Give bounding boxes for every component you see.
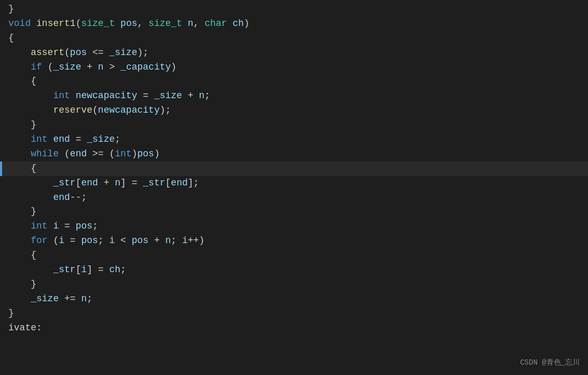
line-indicator	[0, 46, 2, 60]
token-plain	[182, 18, 188, 29]
line-indicator	[0, 292, 2, 306]
token-param-type: size_t	[81, 18, 115, 29]
token-var: _size	[154, 90, 182, 101]
line-content: _str[end + n] = _str[end];	[4, 176, 588, 191]
code-line: int i = pos;	[0, 219, 588, 234]
line-gutter	[0, 31, 4, 46]
line-gutter	[0, 205, 4, 219]
token-plain	[70, 90, 76, 101]
line-gutter	[0, 60, 4, 75]
line-content: ivate:	[4, 321, 588, 336]
token-var: n	[98, 62, 104, 72]
line-indicator	[0, 162, 2, 176]
token-kw: void	[8, 18, 31, 29]
token-var: _capacity	[120, 62, 171, 72]
token-var: end	[171, 178, 187, 188]
line-gutter	[0, 248, 4, 263]
line-gutter	[0, 46, 4, 60]
token-var: newcapacity	[76, 90, 138, 101]
token-plain	[8, 47, 31, 58]
token-punc: ;	[115, 134, 120, 144]
token-var: i	[81, 264, 87, 275]
token-plain	[31, 18, 36, 29]
token-plain	[8, 105, 53, 115]
line-content: }	[4, 2, 588, 17]
line-content: void insert1(size_t pos, size_t n, char …	[4, 17, 588, 31]
token-punc: ,	[138, 18, 149, 29]
token-punc: )	[154, 149, 160, 159]
code-line: void insert1(size_t pos, size_t n, char …	[0, 17, 588, 31]
token-kw: int	[53, 90, 70, 101]
code-editor: }void insert1(size_t pos, size_t n, char…	[0, 0, 588, 375]
token-var: end	[53, 134, 70, 144]
token-plain: ;	[98, 235, 110, 246]
line-gutter	[0, 306, 4, 321]
token-punc: (	[92, 105, 98, 115]
token-plain: >	[104, 62, 120, 72]
token-plain: (	[48, 235, 59, 246]
code-line: while (end >= (int)pos)	[0, 147, 588, 162]
token-var: pos	[76, 221, 92, 231]
line-content: int end = _size;	[4, 132, 588, 147]
token-plain	[48, 134, 53, 144]
token-var: newcapacity	[98, 105, 160, 115]
token-cast-kw: int	[115, 149, 131, 159]
token-punc: ] =	[120, 178, 143, 188]
line-indicator	[0, 176, 2, 191]
token-plain	[48, 221, 53, 231]
token-punc: }	[31, 206, 36, 217]
line-indicator	[0, 132, 2, 147]
line-gutter	[0, 234, 4, 248]
token-punc: );	[137, 47, 148, 58]
line-content: {	[4, 162, 588, 176]
token-plain: ] =	[87, 264, 109, 275]
code-line: {	[0, 74, 588, 89]
line-indicator	[0, 219, 2, 234]
token-plain: --;	[70, 192, 87, 203]
token-punc: )	[171, 62, 176, 72]
token-plain	[8, 149, 31, 159]
line-content: int i = pos;	[4, 219, 588, 234]
token-plain	[8, 90, 53, 101]
line-gutter	[0, 162, 4, 176]
token-var: pos	[70, 47, 87, 58]
line-gutter	[0, 176, 4, 191]
line-gutter	[0, 17, 4, 31]
token-plain: +	[182, 90, 199, 101]
token-plain: (	[59, 149, 70, 159]
token-punc: );	[160, 105, 171, 115]
token-punc: ;	[92, 221, 98, 231]
token-var: i	[59, 235, 64, 246]
token-punc: [	[166, 178, 171, 188]
token-plain	[8, 76, 31, 86]
line-indicator	[0, 306, 2, 321]
token-plain	[8, 264, 53, 275]
token-plain: <	[115, 235, 131, 246]
token-var: i	[53, 221, 59, 231]
token-param-name: pos	[120, 18, 137, 29]
line-indicator	[0, 277, 2, 292]
code-line: ivate:	[0, 321, 588, 336]
token-punc: ;	[120, 264, 126, 275]
token-var: pos	[132, 235, 148, 246]
token-param-type: char	[204, 18, 227, 29]
line-content: }	[4, 118, 588, 132]
line-content: {	[4, 31, 588, 46]
token-var: pos	[81, 235, 98, 246]
code-line: int end = _size;	[0, 132, 588, 147]
line-content: if (_size + n > _capacity)	[4, 60, 588, 75]
token-plain	[8, 119, 31, 130]
line-indicator	[0, 2, 2, 17]
line-gutter	[0, 321, 4, 336]
token-var: pos	[137, 149, 154, 159]
token-punc: {	[31, 163, 36, 173]
token-var: _str	[143, 178, 165, 188]
token-plain: ivate:	[8, 323, 42, 333]
token-var: _size	[53, 62, 81, 72]
token-punc: {	[31, 76, 36, 86]
token-fn: reserve	[53, 105, 92, 115]
token-var: i	[182, 235, 188, 246]
token-punc: ;	[87, 293, 92, 304]
code-line: _str[end + n] = _str[end];	[0, 176, 588, 191]
token-var: ch	[109, 264, 120, 275]
